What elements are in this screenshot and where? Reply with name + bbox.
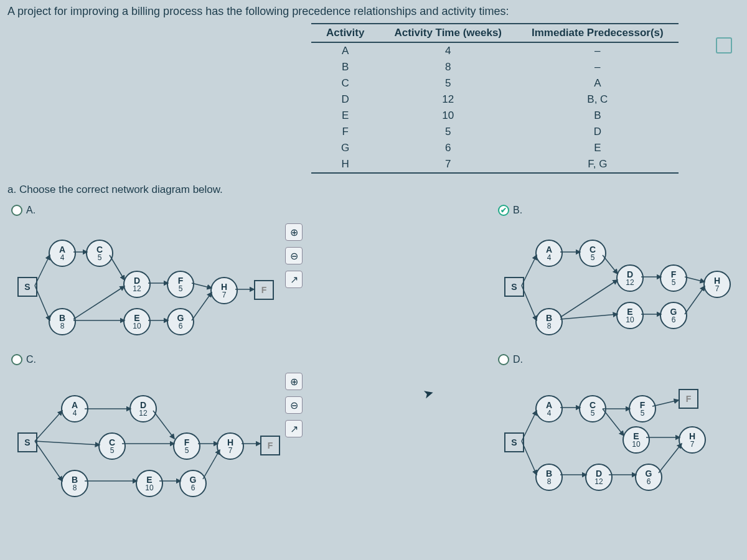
table-cell: E — [517, 140, 679, 156]
svg-line-37 — [603, 409, 624, 436]
zoom-out-icon[interactable]: ⊖ — [285, 247, 303, 264]
option-b-label: B. — [513, 205, 522, 216]
node-g: G6 — [179, 470, 207, 497]
node-a: A4 — [535, 240, 563, 267]
radio-option-b[interactable] — [498, 205, 509, 216]
svg-line-8 — [192, 283, 212, 288]
activity-table: Activity Activity Time (weeks) Immediate… — [311, 23, 747, 174]
table-cell: B, C — [517, 91, 679, 108]
start-node: S — [504, 432, 524, 452]
svg-line-22 — [35, 441, 100, 445]
node-d: D12 — [129, 395, 157, 422]
node-d: D12 — [123, 271, 151, 298]
copy-icon[interactable] — [716, 37, 732, 54]
node-c: C5 — [579, 395, 606, 422]
node-d: D12 — [616, 264, 644, 292]
table-cell: H — [311, 156, 379, 173]
node-a: A4 — [535, 395, 563, 422]
table-cell: 5 — [379, 124, 517, 140]
node-e: E10 — [622, 426, 650, 454]
node-h: H7 — [210, 277, 238, 304]
popout-icon[interactable]: ↗ — [285, 420, 303, 437]
node-b: B8 — [535, 308, 563, 335]
table-cell: E — [311, 108, 379, 124]
start-node: S — [17, 277, 37, 297]
table-cell: 4 — [379, 42, 517, 59]
zoom-out-icon[interactable]: ⊖ — [285, 396, 303, 414]
node-f: F5 — [660, 264, 687, 292]
end-node: F — [254, 280, 274, 300]
cursor-icon: ➤ — [421, 385, 436, 402]
node-b: B8 — [61, 470, 88, 497]
table-cell: 10 — [379, 108, 517, 124]
svg-line-28 — [153, 411, 174, 439]
start-node: S — [17, 432, 37, 452]
part-a-prompt: a. Choose the correct network diagram be… — [0, 174, 747, 198]
table-cell: 5 — [379, 75, 517, 91]
end-node: F — [260, 436, 280, 455]
table-cell: 8 — [379, 59, 517, 75]
node-d: D12 — [585, 464, 613, 491]
node-b: B8 — [49, 308, 76, 335]
radio-option-c[interactable] — [11, 354, 22, 365]
end-node: F — [679, 389, 698, 409]
table-cell: C — [311, 75, 379, 91]
node-g: G6 — [167, 308, 194, 335]
th-time: Activity Time (weeks) — [379, 24, 517, 42]
node-e: E10 — [123, 308, 151, 335]
node-c: C5 — [579, 240, 606, 267]
table-cell: A — [517, 75, 679, 91]
start-node: S — [504, 277, 524, 297]
table-cell: A — [311, 42, 379, 59]
zoom-in-icon[interactable]: ⊕ — [285, 223, 303, 241]
svg-line-40 — [659, 444, 682, 473]
node-e: E10 — [616, 302, 644, 329]
table-cell: F — [311, 124, 379, 140]
svg-line-16 — [560, 280, 618, 317]
table-cell: 7 — [379, 156, 517, 173]
node-h: H7 — [217, 432, 244, 460]
option-a-label: A. — [26, 205, 35, 216]
svg-line-30 — [203, 450, 220, 479]
node-f: F5 — [173, 432, 200, 460]
svg-line-20 — [685, 286, 705, 314]
th-pred: Immediate Predecessor(s) — [517, 24, 679, 42]
table-cell: D — [311, 91, 379, 108]
node-a: A4 — [49, 240, 76, 267]
node-h: H7 — [679, 426, 706, 454]
zoom-in-icon[interactable]: ⊕ — [285, 373, 303, 390]
svg-line-23 — [35, 441, 62, 481]
node-g: G6 — [635, 464, 662, 491]
svg-line-15 — [560, 314, 618, 319]
node-e: E10 — [136, 470, 163, 497]
svg-line-9 — [192, 292, 212, 320]
diagram-option-b: S A4 C5 B8 D12 E10 F5 G6 H7 — [498, 221, 747, 345]
node-f: F5 — [167, 271, 194, 298]
question-intro: A project for improving a billing proces… — [0, 0, 747, 21]
table-cell: F, G — [517, 156, 679, 173]
svg-line-41 — [652, 400, 679, 406]
radio-option-a[interactable] — [11, 205, 22, 216]
svg-line-21 — [35, 411, 62, 441]
node-c: C5 — [98, 432, 126, 460]
table-cell: B — [517, 108, 679, 124]
node-f: F5 — [629, 395, 656, 422]
option-d-label: D. — [513, 354, 523, 365]
th-activity: Activity — [311, 24, 379, 42]
table-cell: 12 — [379, 91, 517, 108]
table-cell: B — [311, 59, 379, 75]
option-c-label: C. — [26, 354, 36, 365]
table-cell: G — [311, 140, 379, 156]
table-cell: – — [517, 42, 679, 59]
node-c: C5 — [86, 240, 113, 267]
table-cell: 6 — [379, 140, 517, 156]
svg-line-5 — [73, 286, 125, 319]
node-h: H7 — [703, 271, 731, 298]
svg-line-19 — [685, 277, 705, 282]
popout-icon[interactable]: ↗ — [285, 271, 303, 288]
node-g: G6 — [660, 302, 687, 329]
radio-option-d[interactable] — [498, 354, 509, 365]
table-cell: D — [517, 124, 679, 140]
node-a: A4 — [61, 395, 88, 422]
diagram-option-d: S A4 C5 B8 D12 E10 F5 G6 H7 F — [498, 370, 747, 495]
